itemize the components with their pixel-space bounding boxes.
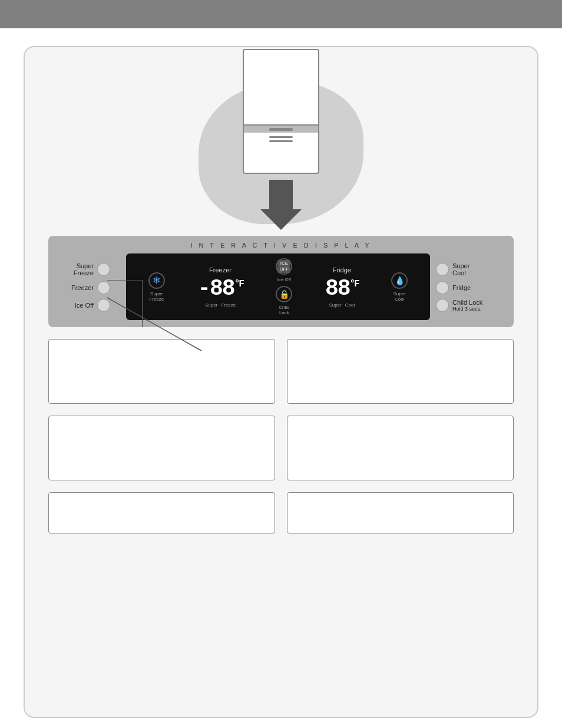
snowflake-icon: ❄ xyxy=(148,272,165,289)
super-freeze-row: SuperFreeze xyxy=(55,262,120,276)
snowflake-symbol: ❄ xyxy=(153,275,160,286)
child-lock-label: Child LockHold 3 secs. xyxy=(452,299,500,312)
fridge-title: Fridge xyxy=(333,266,351,274)
super-cool-label: SuperCool xyxy=(452,262,500,276)
freezer-title: Freezer xyxy=(209,266,232,274)
ice-off-badge: ICEOFF xyxy=(277,260,290,272)
freezer-sub-label-1: Super xyxy=(205,302,217,308)
callout-box-top-right xyxy=(287,339,514,404)
droplet-symbol: 💧 xyxy=(395,276,405,285)
interactive-display-panel: I N T E R A C T I V E D I S P L A Y Supe… xyxy=(48,236,514,327)
fridge-illustration xyxy=(48,65,514,230)
freezer-icon-group: ❄ SuperFreeze xyxy=(148,272,165,302)
page-header xyxy=(0,0,562,28)
fridge-body xyxy=(243,49,319,230)
ice-off-label: Ice Off xyxy=(55,302,94,309)
ice-off-icon: ICEOFF xyxy=(276,258,292,275)
freezer-unit: °F xyxy=(234,279,243,289)
callout-box-mid-left xyxy=(48,416,275,480)
fridge-row: Fridge xyxy=(436,281,507,294)
ice-off-row: Ice Off xyxy=(55,299,120,312)
fridge-unit: °F xyxy=(349,279,358,289)
super-freeze-lcd-label: SuperFreeze xyxy=(149,291,164,302)
arrow-shaft xyxy=(269,180,293,209)
freezer-temperature: -88°F xyxy=(197,276,243,301)
freezer-sub-label-2: Freeze xyxy=(221,302,236,308)
child-lock-button[interactable] xyxy=(436,299,449,312)
arrow-head xyxy=(260,209,302,230)
callout-box-mid-right xyxy=(287,416,514,480)
fridge-button[interactable] xyxy=(436,281,449,294)
super-cool-lcd-label: SuperCool xyxy=(394,291,406,302)
right-button-group: SuperCool Fridge Child LockHold 3 secs. xyxy=(436,262,507,312)
ice-off-icon-group: ICEOFF Ice Off xyxy=(276,258,292,282)
lcd-display: ❄ SuperFreeze Freezer -88°F Super Freeze xyxy=(126,253,430,320)
child-lock-lcd-label: ChildLock xyxy=(279,305,289,315)
child-lock-icon-group: 🔒 ChildLock xyxy=(276,286,292,315)
callout-area xyxy=(48,339,514,533)
fridge-vent-2 xyxy=(269,140,293,142)
super-freeze-label: SuperFreeze xyxy=(55,262,94,276)
lock-symbol: 🔒 xyxy=(279,289,289,299)
callout-box-top-left xyxy=(48,339,275,404)
fridge-top-door xyxy=(243,49,319,126)
droplet-icon: 💧 xyxy=(391,272,408,289)
panel-title: I N T E R A C T I V E D I S P L A Y xyxy=(55,242,507,249)
fridge-temperature: 88°F xyxy=(325,276,359,301)
left-button-group: SuperFreeze Freezer Ice Off xyxy=(55,262,120,312)
fridge-sub-label-2: Cool xyxy=(345,302,355,308)
ice-off-lcd-label: Ice Off xyxy=(277,277,291,282)
freezer-label: Freezer xyxy=(55,284,94,291)
child-lock-row: Child LockHold 3 secs. xyxy=(436,299,507,312)
fridge-handle xyxy=(269,128,293,131)
freezer-button[interactable] xyxy=(97,281,110,294)
freezer-temp-section: Freezer -88°F Super Freeze xyxy=(197,266,243,308)
ice-off-button[interactable] xyxy=(97,299,110,312)
fridge-temp-section: Fridge 88°F Super Cool xyxy=(325,266,359,308)
fridge-middle-bar xyxy=(243,126,319,133)
callout-box-bot-left xyxy=(48,492,275,533)
main-container: I N T E R A C T I V E D I S P L A Y Supe… xyxy=(24,46,538,718)
callout-box-bot-right xyxy=(287,492,514,533)
lock-icon: 🔒 xyxy=(276,286,292,302)
fridge-sub-label-1: Super xyxy=(329,302,341,308)
freezer-row: Freezer xyxy=(55,281,120,294)
super-freeze-button[interactable] xyxy=(97,263,110,276)
super-cool-row: SuperCool xyxy=(436,262,507,276)
fridge-bottom-drawer xyxy=(243,133,319,174)
fridge-vent-1 xyxy=(269,136,293,138)
fridge-right-label: Fridge xyxy=(452,284,500,291)
super-cool-button[interactable] xyxy=(436,263,449,276)
super-cool-icon-group: 💧 SuperCool xyxy=(391,272,408,302)
